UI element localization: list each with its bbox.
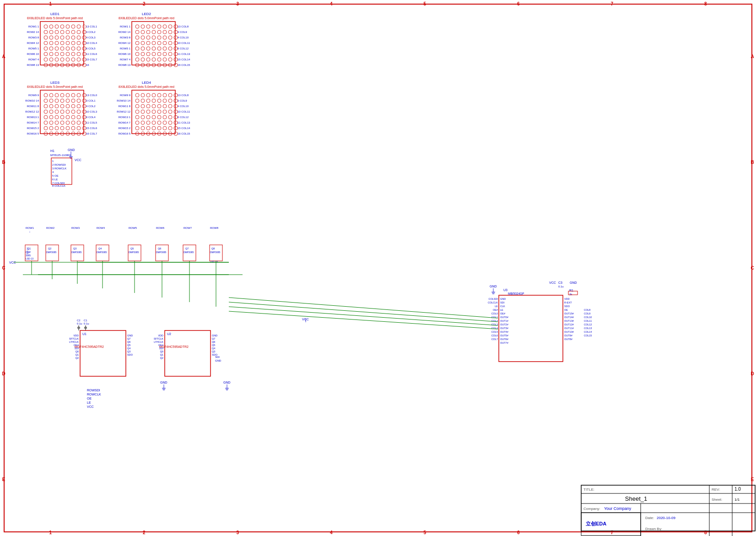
svg-point-255	[152, 93, 156, 97]
svg-text:VCC: VCC	[87, 405, 94, 408]
svg-point-271	[152, 104, 156, 108]
svg-text:13 COL0: 13 COL0	[86, 94, 97, 97]
svg-text:Company:: Company:	[583, 507, 600, 511]
svg-point-128	[146, 52, 150, 56]
svg-point-116	[168, 41, 172, 45]
led4-group: LED4 8X8LEDLED dots 5.0mmPoint path red	[117, 81, 190, 135]
svg-text:GND: GND	[223, 381, 231, 384]
svg-point-133	[174, 52, 178, 56]
svg-point-5	[55, 25, 59, 28]
svg-point-214	[71, 121, 75, 125]
svg-text:13 COL8: 13 COL8	[178, 94, 189, 97]
svg-text:Q4: Q4	[98, 247, 102, 250]
svg-point-259	[174, 93, 178, 97]
svg-point-101	[174, 30, 178, 34]
svg-text:TITLE:: TITLE:	[583, 487, 594, 492]
svg-point-224	[82, 126, 86, 130]
svg-point-97	[152, 30, 156, 34]
svg-text:⽴创EDA: ⽴创EDA	[586, 521, 606, 526]
svg-point-183	[77, 99, 81, 103]
svg-point-89	[152, 25, 156, 28]
svg-text:3  COL9: 3 COL9	[178, 31, 187, 33]
svg-point-55	[66, 58, 70, 61]
svg-point-6	[60, 25, 64, 28]
svg-point-26	[82, 36, 86, 39]
svg-text:ROWCLK: ROWCLK	[87, 393, 101, 396]
svg-point-31	[66, 41, 70, 45]
svg-point-54	[60, 58, 64, 61]
svg-point-124	[168, 47, 172, 50]
svg-point-47	[66, 52, 70, 56]
svg-point-264	[157, 99, 161, 103]
svg-point-297	[163, 121, 167, 125]
svg-text:Q6: Q6	[158, 247, 161, 250]
svg-text:OUT4#: OUT4#	[500, 330, 509, 333]
svg-point-125	[174, 47, 178, 50]
svg-text:6  COL12: 6 COL12	[178, 116, 189, 119]
svg-text:8X8LEDLED dots 5.0mmPoint path: 8X8LEDLED dots 5.0mmPoint path red	[27, 85, 83, 89]
svg-point-252	[135, 93, 139, 97]
svg-text:LED4: LED4	[142, 81, 151, 85]
svg-point-293	[141, 121, 145, 125]
svg-text:15 COL14: 15 COL14	[178, 58, 190, 61]
svg-text:OUT1#: OUT1#	[500, 319, 509, 322]
svg-point-267	[174, 99, 178, 103]
svg-text:DMP3085: DMP3085	[46, 251, 56, 254]
svg-text:2020-10-09: 2020-10-09	[657, 516, 675, 520]
svg-point-174	[71, 93, 75, 97]
svg-text:6 LE: 6 LE	[52, 178, 58, 181]
svg-text:COL10: COL10	[584, 316, 592, 319]
svg-text:DMP3085: DMP3085	[129, 251, 139, 254]
svg-point-51	[44, 58, 48, 61]
svg-point-34	[82, 41, 86, 45]
svg-text:MTB125-1108R1: MTB125-1108R1	[50, 154, 71, 157]
svg-point-15	[66, 30, 70, 34]
svg-point-7	[66, 25, 70, 28]
svg-text:COL8: COL8	[584, 309, 590, 311]
svg-point-177	[44, 99, 48, 103]
svg-point-284	[135, 115, 139, 119]
svg-text:Q8: Q8	[211, 247, 215, 250]
svg-point-269	[141, 104, 145, 108]
svg-text:ROW8 13: ROW8 13	[119, 64, 131, 66]
svg-text:GND: GND	[127, 334, 133, 337]
svg-point-10	[82, 25, 86, 28]
svg-text:REV:: REV:	[712, 487, 720, 492]
svg-text:ROW9   9: ROW9 9	[28, 94, 39, 97]
svg-text:4  COL2: 4 COL2	[86, 105, 96, 108]
svg-point-208	[82, 115, 86, 119]
svg-text:GND: GND	[500, 298, 506, 300]
svg-text:VCC: VCC	[75, 158, 81, 162]
svg-text:Q7: Q7	[212, 337, 215, 340]
svg-text:C1: C1	[84, 319, 87, 322]
svg-text:COL15: COL15	[584, 334, 592, 337]
svg-point-3	[44, 25, 48, 28]
svg-point-303	[152, 126, 156, 130]
svg-point-272	[157, 104, 161, 108]
svg-text:SDI: SDI	[159, 347, 164, 350]
svg-point-180	[60, 99, 64, 103]
svg-text:4  COL10: 4 COL10	[178, 105, 189, 108]
svg-point-103	[141, 36, 145, 39]
svg-text:ROW6 10: ROW6 10	[119, 53, 131, 55]
h1-connector: H1 MTB125-1108R1 GND VCC 1 2 ROWSDI 3 RO…	[50, 148, 81, 187]
svg-point-117	[174, 41, 178, 45]
svg-point-270	[146, 104, 150, 108]
svg-point-199	[77, 110, 81, 114]
svg-text:COL0: COL0	[491, 312, 498, 315]
svg-text:SFTCLK: SFTCLK	[154, 337, 163, 340]
svg-text:OUT11#: OUT11#	[564, 327, 574, 330]
svg-point-12	[49, 30, 53, 34]
svg-text:11 COL13: 11 COL13	[178, 53, 190, 55]
svg-point-135	[141, 58, 145, 61]
svg-text:ROW10 14: ROW10 14	[117, 99, 130, 102]
svg-text:↓: ↓	[29, 230, 31, 233]
svg-point-281	[163, 110, 167, 114]
u3-ic: GND VCC C3 0.1u GND R1 2k U3 MBI5024GP C…	[488, 281, 592, 362]
svg-point-266	[168, 99, 172, 103]
svg-text:0.1u: 0.1u	[77, 322, 82, 325]
svg-point-108	[168, 36, 172, 39]
svg-text:ROW2 14: ROW2 14	[27, 31, 39, 33]
svg-text:16: 16	[86, 64, 89, 66]
svg-text:Q6: Q6	[212, 341, 215, 343]
